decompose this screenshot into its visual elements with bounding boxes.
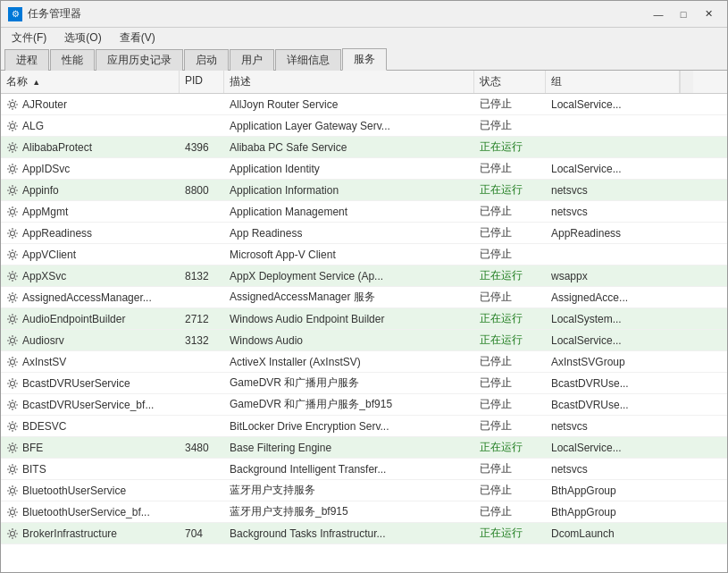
cell-name: AppReadiness [1, 223, 180, 243]
table-header: 名称 ▲ PID 描述 状态 组 [1, 71, 727, 94]
services-table[interactable]: 名称 ▲ PID 描述 状态 组 AJRouterAllJoyn Router … [1, 71, 727, 572]
tab-users[interactable]: 用户 [230, 49, 274, 71]
cell-name: Appinfo [1, 180, 180, 200]
header-desc[interactable]: 描述 [224, 71, 474, 93]
table-row[interactable]: BDESVCBitLocker Drive Encryption Serv...… [1, 416, 727, 437]
cell-name: AppXSvc [1, 265, 180, 286]
cell-status: 已停止 [474, 94, 546, 114]
cell-desc: AllJoyn Router Service [224, 94, 474, 114]
cell-desc: Background Intelligent Transfer... [224, 459, 474, 479]
main-content: 名称 ▲ PID 描述 状态 组 AJRouterAllJoyn Router … [1, 71, 727, 572]
cell-group: LocalSystem... [546, 308, 680, 329]
cell-pid: 3132 [180, 330, 224, 350]
table-row[interactable]: BcastDVRUserServiceGameDVR 和广播用户服务已停止Bca… [1, 373, 727, 394]
svg-point-14 [11, 402, 15, 407]
table-row[interactable]: BluetoothUserService蓝牙用户支持服务已停止BthAppGro… [1, 480, 727, 501]
table-row[interactable]: AlibabaProtect4396Alibaba PC Safe Servic… [1, 137, 727, 158]
cell-pid [180, 480, 224, 501]
table-row[interactable]: AppIDSvcApplication Identity已停止LocalServ… [1, 158, 727, 180]
service-icon [6, 270, 19, 282]
tab-processes[interactable]: 进程 [4, 49, 49, 71]
cell-pid [180, 158, 224, 179]
cell-pid [180, 459, 224, 479]
service-icon [6, 141, 19, 154]
table-row[interactable]: BITSBackground Intelligent Transfer...已停… [1, 459, 727, 480]
svg-point-10 [11, 316, 15, 321]
header-group[interactable]: 组 [546, 71, 680, 93]
tab-app-history[interactable]: 应用历史记录 [96, 49, 183, 71]
table-row[interactable]: BFE3480Base Filtering Engine正在运行LocalSer… [1, 437, 727, 459]
cell-desc: BitLocker Drive Encryption Serv... [224, 416, 474, 436]
minimize-button[interactable]: — [647, 4, 670, 24]
cell-name: AppVClient [1, 244, 180, 265]
table-row[interactable]: AssignedAccessManager...AssignedAccessMa… [1, 287, 727, 308]
tab-bar: 进程 性能 应用历史记录 启动 用户 详细信息 服务 [1, 47, 727, 71]
tab-details[interactable]: 详细信息 [275, 49, 341, 71]
title-bar-left: ⚙ 任务管理器 [8, 6, 81, 21]
service-icon [6, 291, 19, 304]
cell-desc: Alibaba PC Safe Service [224, 137, 474, 157]
cell-status: 正在运行 [474, 308, 546, 329]
cell-desc: Windows Audio Endpoint Builder [224, 308, 474, 329]
svg-point-2 [11, 145, 15, 149]
table-body: AJRouterAllJoyn Router Service已停止LocalSe… [1, 94, 727, 544]
sort-arrow-icon: ▲ [32, 78, 40, 87]
cell-pid: 8800 [180, 180, 224, 200]
service-icon [6, 334, 19, 347]
cell-status: 已停止 [474, 244, 546, 265]
table-row[interactable]: BluetoothUserService_bf...蓝牙用户支持服务_bf915… [1, 501, 727, 523]
table-row[interactable]: Appinfo8800Application Information正在运行ne… [1, 180, 727, 201]
svg-point-20 [11, 531, 15, 535]
close-button[interactable]: ✕ [697, 4, 720, 24]
cell-desc: Windows Audio [224, 330, 474, 350]
cell-pid [180, 244, 224, 265]
table-row[interactable]: AppMgmtApplication Management已停止netsvcs [1, 201, 727, 223]
table-row[interactable]: AudioEndpointBuilder2712Windows Audio En… [1, 308, 727, 330]
window-title: 任务管理器 [28, 6, 81, 21]
cell-desc: Application Identity [224, 158, 474, 179]
header-pid[interactable]: PID [180, 71, 224, 93]
table-row[interactable]: ALGApplication Layer Gateway Serv...已停止 [1, 115, 727, 137]
tab-services[interactable]: 服务 [342, 48, 387, 71]
cell-status: 正在运行 [474, 523, 546, 544]
table-row[interactable]: BrokerInfrastructure704Background Tasks … [1, 523, 727, 544]
svg-point-6 [11, 231, 15, 235]
cell-status: 正在运行 [474, 265, 546, 286]
service-icon [6, 485, 19, 497]
svg-point-5 [11, 209, 15, 214]
svg-point-16 [11, 445, 15, 450]
cell-group: netsvcs [546, 201, 680, 222]
cell-name: BcastDVRUserService [1, 373, 180, 393]
header-name[interactable]: 名称 ▲ [1, 71, 180, 93]
cell-group: netsvcs [546, 416, 680, 436]
svg-point-1 [11, 123, 15, 128]
menu-options[interactable]: 选项(O) [57, 29, 108, 47]
table-row[interactable]: AJRouterAllJoyn Router Service已停止LocalSe… [1, 94, 727, 115]
table-row[interactable]: BcastDVRUserService_bf...GameDVR 和广播用户服务… [1, 394, 727, 416]
cell-pid: 4396 [180, 137, 224, 157]
cell-desc: GameDVR 和广播用户服务 [224, 373, 474, 393]
maximize-button[interactable]: □ [672, 4, 695, 24]
table-row[interactable]: AppReadinessApp Readiness已停止AppReadiness [1, 223, 727, 244]
header-status[interactable]: 状态 [474, 71, 546, 93]
service-icon [6, 356, 19, 368]
menu-view[interactable]: 查看(V) [113, 29, 163, 47]
svg-point-3 [11, 166, 15, 171]
menu-file[interactable]: 文件(F) [4, 29, 54, 47]
table-row[interactable]: AppVClientMicrosoft App-V Client已停止 [1, 244, 727, 265]
cell-name: BDESVC [1, 416, 180, 436]
service-icon [6, 420, 19, 433]
table-row[interactable]: AppXSvc8132AppX Deployment Service (Ap..… [1, 265, 727, 287]
tab-startup[interactable]: 启动 [184, 49, 229, 71]
service-icon [6, 98, 19, 111]
cell-pid [180, 416, 224, 436]
tab-performance[interactable]: 性能 [50, 49, 95, 71]
cell-group: LocalService... [546, 158, 680, 179]
cell-group: AppReadiness [546, 223, 680, 243]
cell-desc: Application Information [224, 180, 474, 200]
table-row[interactable]: Audiosrv3132Windows Audio正在运行LocalServic… [1, 330, 727, 351]
cell-name: AlibabaProtect [1, 137, 180, 157]
table-row[interactable]: AxInstSVActiveX Installer (AxInstSV)已停止A… [1, 351, 727, 373]
cell-desc: 蓝牙用户支持服务_bf915 [224, 501, 474, 522]
cell-group: BcastDVRUse... [546, 394, 680, 415]
